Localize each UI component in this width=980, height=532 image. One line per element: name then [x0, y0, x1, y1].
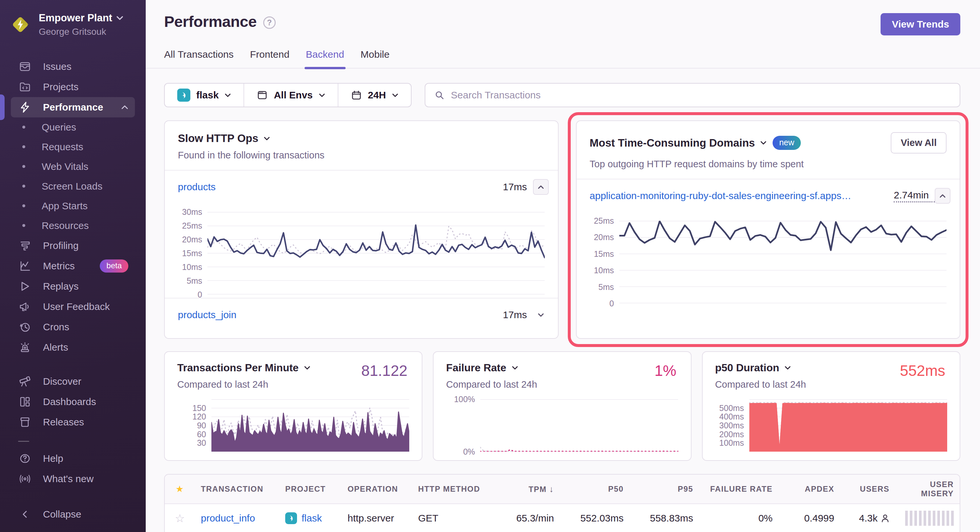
project-cell[interactable]: flask — [279, 512, 342, 524]
sidebar-item-label: Issues — [43, 61, 72, 72]
sidebar-item-label: Projects — [43, 81, 78, 92]
sidebar-item-whats-new[interactable]: What's new — [11, 469, 135, 489]
sidebar-item-label: Queries — [42, 122, 76, 133]
expand-chevron-down-button[interactable] — [533, 307, 549, 323]
sidebar-collapse-button[interactable]: Collapse — [11, 504, 135, 524]
search-input[interactable] — [451, 89, 950, 101]
sidebar-item-releases[interactable]: Releases — [11, 412, 135, 432]
failure-rate-value: 1% — [654, 362, 676, 380]
bullet-icon — [22, 165, 25, 168]
slow-http-chart: 30ms25ms20ms15ms10ms5ms0 — [165, 203, 558, 298]
profiling-icon — [18, 239, 32, 253]
user-misery-score-bar — [895, 511, 960, 526]
failure-rate-chart: 100%0% — [446, 399, 678, 452]
sidebar-item-crons[interactable]: Crons — [11, 317, 135, 337]
sidebar-item-issues[interactable]: Issues — [11, 56, 135, 77]
metrics-icon — [18, 259, 32, 273]
view-trends-button[interactable]: View Trends — [881, 13, 960, 35]
bullet-icon — [22, 204, 25, 207]
sidebar-item-user-feedback[interactable]: User Feedback — [11, 297, 135, 317]
project-filter[interactable]: flask — [165, 84, 243, 106]
star-toggle[interactable]: ☆ — [165, 512, 195, 525]
panel-title-text: Slow HTTP Ops — [178, 132, 258, 145]
clock-icon — [18, 320, 32, 334]
col-failure-rate[interactable]: FAILURE RATE — [699, 484, 778, 494]
col-user-misery[interactable]: USER MISERY — [895, 480, 960, 498]
http-method-cell: GET — [412, 513, 489, 524]
sidebar-item-alerts[interactable]: Alerts — [11, 337, 135, 357]
sidebar-item-label: Collapse — [43, 509, 81, 520]
date-range-value: 24H — [368, 89, 386, 101]
tab-mobile[interactable]: Mobile — [361, 49, 390, 68]
sidebar-item-discover[interactable]: Discover — [11, 371, 135, 392]
sidebar-item-projects[interactable]: Projects — [11, 77, 135, 97]
domain-link[interactable]: application-monitoring-ruby-dot-sales-en… — [590, 190, 857, 202]
sidebar-item-performance[interactable]: Performance — [11, 97, 135, 118]
chevron-down-icon — [224, 93, 231, 97]
collapse-chevron-up-button[interactable] — [935, 188, 950, 204]
sidebar-item-help[interactable]: Help — [11, 448, 135, 469]
col-apdex[interactable]: APDEX — [778, 484, 840, 494]
sidebar-item-label: Performance — [43, 102, 103, 113]
tab-backend[interactable]: Backend — [306, 49, 344, 68]
org-switcher[interactable]: Empower Plant George Gritsouk — [0, 0, 146, 47]
sidebar-item-label: What's new — [43, 473, 94, 484]
broadcast-icon — [18, 472, 32, 486]
sidebar-item-dashboards[interactable]: Dashboards — [11, 392, 135, 412]
col-transaction[interactable]: TRANSACTION — [195, 484, 279, 494]
domains-dropdown[interactable]: Most Time-Consuming Domains — [590, 137, 767, 149]
siren-icon — [18, 340, 32, 354]
sidebar-item-app-starts[interactable]: App Starts — [11, 196, 135, 216]
line-chart-plot — [480, 399, 678, 452]
col-http-method[interactable]: HTTP METHOD — [412, 484, 489, 494]
starred-column-icon[interactable]: ★ — [165, 484, 195, 494]
chevron-down-icon — [116, 16, 123, 20]
collapse-chevron-up-button[interactable] — [533, 179, 549, 195]
page-help-icon[interactable]: ? — [263, 16, 276, 29]
sidebar-item-label: Screen Loads — [42, 181, 102, 192]
panel-title-text: Most Time-Consuming Domains — [590, 137, 755, 149]
col-project[interactable]: PROJECT — [279, 484, 342, 494]
environment-filter[interactable]: All Envs — [243, 84, 337, 106]
sidebar-item-web-vitals[interactable]: Web Vitals — [11, 157, 135, 176]
sidebar-item-replays[interactable]: Replays — [11, 276, 135, 297]
date-range-filter[interactable]: 24H — [338, 84, 411, 106]
sidebar-item-label: Alerts — [43, 342, 68, 353]
sidebar-item-screen-loads[interactable]: Screen Loads — [11, 176, 135, 196]
sidebar-item-requests[interactable]: Requests — [11, 137, 135, 157]
sidebar-item-profiling[interactable]: Profiling — [11, 235, 135, 256]
transaction-link[interactable]: products — [178, 181, 216, 192]
sidebar-item-metrics[interactable]: Metrics beta — [11, 256, 135, 276]
tpm-cell: 65.3/min — [489, 513, 560, 524]
line-chart-plot — [619, 221, 947, 303]
domain-time-spent[interactable]: 2.74min — [894, 190, 935, 202]
panels-row: Slow HTTP Ops Found in the following tra… — [164, 121, 960, 339]
sidebar-item-queries[interactable]: Queries — [11, 118, 135, 137]
view-all-button[interactable]: View All — [891, 132, 947, 154]
tab-all-transactions[interactable]: All Transactions — [164, 49, 234, 68]
transaction-link[interactable]: product_info — [195, 513, 279, 524]
sidebar-item-label: Releases — [43, 416, 84, 428]
col-p50[interactable]: P50 — [560, 484, 630, 494]
search-bar[interactable] — [425, 83, 960, 107]
new-badge: new — [773, 136, 801, 150]
tpm-widget: Transactions Per Minute 81.122 Compared … — [164, 351, 422, 461]
failure-rate-dropdown[interactable]: Failure Rate — [446, 362, 678, 374]
y-axis: 100%0% — [446, 399, 480, 452]
panel-subtitle: Top outgoing HTTP request domains by tim… — [590, 159, 947, 170]
col-users[interactable]: USERS — [840, 484, 895, 494]
col-tpm[interactable]: TPM ↓ — [489, 484, 560, 494]
projects-icon — [18, 80, 32, 94]
widget-title-text: Transactions Per Minute — [177, 362, 299, 374]
sidebar-divider — [18, 441, 29, 442]
tab-frontend[interactable]: Frontend — [250, 49, 290, 68]
sidebar-item-label: Dashboards — [43, 396, 96, 407]
col-p95[interactable]: P95 — [630, 484, 699, 494]
y-axis: 25ms20ms15ms10ms5ms0 — [581, 221, 619, 303]
transaction-link[interactable]: products_join — [178, 309, 236, 321]
col-operation[interactable]: OPERATION — [342, 484, 412, 494]
slow-http-ops-dropdown[interactable]: Slow HTTP Ops — [178, 132, 270, 145]
sort-desc-icon: ↓ — [549, 484, 554, 494]
sidebar-item-resources[interactable]: Resources — [11, 216, 135, 235]
bullet-icon — [22, 224, 25, 227]
